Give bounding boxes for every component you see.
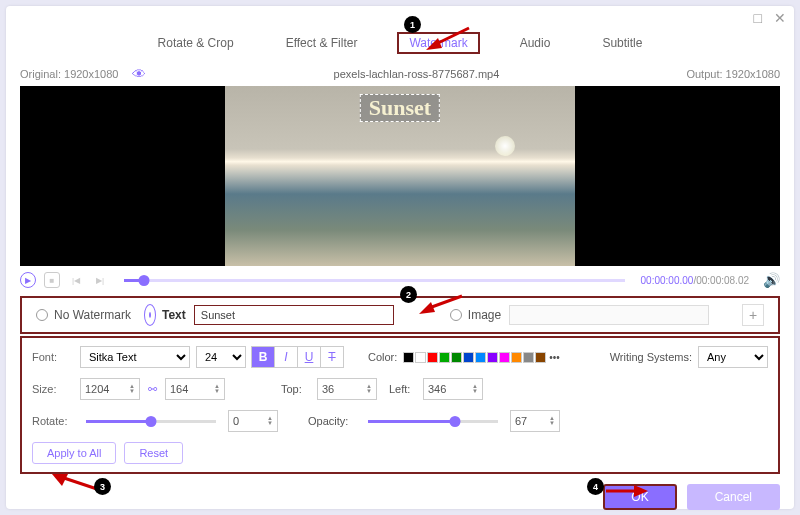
callout-4: 4 bbox=[587, 478, 604, 495]
titlebar: □ ✕ bbox=[6, 6, 794, 30]
rotate-slider[interactable] bbox=[86, 420, 216, 423]
add-watermark-button[interactable]: + bbox=[742, 304, 764, 326]
tab-audio[interactable]: Audio bbox=[508, 32, 563, 54]
watermark-image-input[interactable] bbox=[509, 305, 709, 325]
tab-effect-filter[interactable]: Effect & Filter bbox=[274, 32, 370, 54]
font-select[interactable]: Sitka Text bbox=[80, 346, 190, 368]
sun-detail bbox=[495, 136, 515, 156]
play-button[interactable]: ▶ bbox=[20, 272, 36, 288]
svg-line-2 bbox=[429, 296, 462, 308]
color-swatch[interactable] bbox=[511, 352, 522, 363]
italic-button[interactable]: I bbox=[274, 346, 298, 368]
underline-button[interactable]: U bbox=[297, 346, 321, 368]
cancel-button[interactable]: Cancel bbox=[687, 484, 780, 510]
filename: pexels-lachlan-ross-8775687.mp4 bbox=[146, 68, 686, 80]
option-text[interactable]: Text bbox=[144, 304, 186, 326]
rotate-label: Rotate: bbox=[32, 415, 74, 427]
color-label: Color: bbox=[368, 351, 397, 363]
watermark-properties: Font: Sitka Text 24 B I U T Color: bbox=[20, 336, 780, 474]
width-stepper[interactable]: 1204▲▼ bbox=[80, 378, 140, 400]
radio-icon bbox=[144, 304, 156, 326]
opacity-slider[interactable] bbox=[368, 420, 498, 423]
option-label: No Watermark bbox=[54, 308, 131, 322]
watermark-type-row: No Watermark Text Image + 2 bbox=[20, 296, 780, 334]
info-bar: Original: 1920x1080 👁 pexels-lachlan-ros… bbox=[6, 62, 794, 86]
format-buttons: B I U T bbox=[252, 346, 344, 368]
option-label: Text bbox=[162, 308, 186, 322]
more-colors[interactable]: ••• bbox=[549, 352, 560, 363]
close-icon[interactable]: ✕ bbox=[774, 10, 786, 26]
dialog-footer: 3 4 OK Cancel bbox=[6, 474, 794, 515]
stop-button[interactable]: ■ bbox=[44, 272, 60, 288]
color-swatch[interactable] bbox=[523, 352, 534, 363]
font-size-select[interactable]: 24 bbox=[196, 346, 246, 368]
writing-systems-select[interactable]: Any bbox=[698, 346, 768, 368]
watermark-text-input[interactable] bbox=[194, 305, 394, 325]
output-resolution: Output: 1920x1080 bbox=[686, 68, 780, 80]
tab-rotate-crop[interactable]: Rotate & Crop bbox=[146, 32, 246, 54]
opacity-stepper[interactable]: 67▲▼ bbox=[510, 410, 560, 432]
left-stepper[interactable]: 346▲▼ bbox=[423, 378, 483, 400]
svg-marker-3 bbox=[419, 302, 435, 314]
color-swatch[interactable] bbox=[415, 352, 426, 363]
color-swatch[interactable] bbox=[499, 352, 510, 363]
color-swatch[interactable] bbox=[487, 352, 498, 363]
editor-window: □ ✕ Rotate & Crop Effect & Filter Waterm… bbox=[6, 6, 794, 509]
maximize-icon[interactable]: □ bbox=[754, 10, 762, 26]
top-label: Top: bbox=[281, 383, 311, 395]
time-display: 00:00:00.00/00:00:08.02 bbox=[641, 275, 749, 286]
color-swatch[interactable] bbox=[463, 352, 474, 363]
left-label: Left: bbox=[389, 383, 417, 395]
svg-marker-7 bbox=[634, 485, 648, 497]
color-swatch[interactable] bbox=[475, 352, 486, 363]
reset-button[interactable]: Reset bbox=[124, 442, 183, 464]
prev-frame-button[interactable]: |◀ bbox=[68, 272, 84, 288]
option-label: Image bbox=[468, 308, 501, 322]
radio-icon bbox=[36, 309, 48, 321]
top-stepper[interactable]: 36▲▼ bbox=[317, 378, 377, 400]
color-swatch[interactable] bbox=[427, 352, 438, 363]
writing-systems-label: Writing Systems: bbox=[610, 351, 692, 363]
color-swatch[interactable] bbox=[451, 352, 462, 363]
callout-2: 2 bbox=[400, 286, 417, 303]
apply-all-button[interactable]: Apply to All bbox=[32, 442, 116, 464]
timeline-slider[interactable] bbox=[124, 279, 625, 282]
svg-line-0 bbox=[436, 28, 469, 44]
tab-subtitle[interactable]: Subtitle bbox=[590, 32, 654, 54]
rotate-stepper[interactable]: 0▲▼ bbox=[228, 410, 278, 432]
bold-button[interactable]: B bbox=[251, 346, 275, 368]
svg-marker-1 bbox=[426, 38, 442, 50]
video-frame: Sunset bbox=[225, 86, 575, 266]
strike-button[interactable]: T bbox=[320, 346, 344, 368]
font-label: Font: bbox=[32, 351, 74, 363]
link-icon[interactable]: ⚯ bbox=[148, 383, 157, 396]
volume-icon[interactable]: 🔊 bbox=[763, 272, 780, 288]
preview-toggle-icon[interactable]: 👁 bbox=[132, 66, 146, 82]
color-swatch[interactable] bbox=[439, 352, 450, 363]
callout-3: 3 bbox=[94, 478, 111, 495]
video-preview: Sunset bbox=[20, 86, 780, 266]
watermark-overlay[interactable]: Sunset bbox=[360, 94, 440, 122]
color-swatch[interactable] bbox=[403, 352, 414, 363]
tab-bar: Rotate & Crop Effect & Filter Watermark … bbox=[6, 30, 794, 62]
original-resolution: Original: 1920x1080 bbox=[20, 68, 118, 80]
callout-1: 1 bbox=[404, 16, 421, 33]
height-stepper[interactable]: 164▲▼ bbox=[165, 378, 225, 400]
color-swatch[interactable] bbox=[535, 352, 546, 363]
color-swatches: ••• bbox=[403, 352, 560, 363]
next-frame-button[interactable]: ▶| bbox=[92, 272, 108, 288]
opacity-label: Opacity: bbox=[308, 415, 356, 427]
size-label: Size: bbox=[32, 383, 74, 395]
option-no-watermark[interactable]: No Watermark bbox=[36, 308, 136, 322]
